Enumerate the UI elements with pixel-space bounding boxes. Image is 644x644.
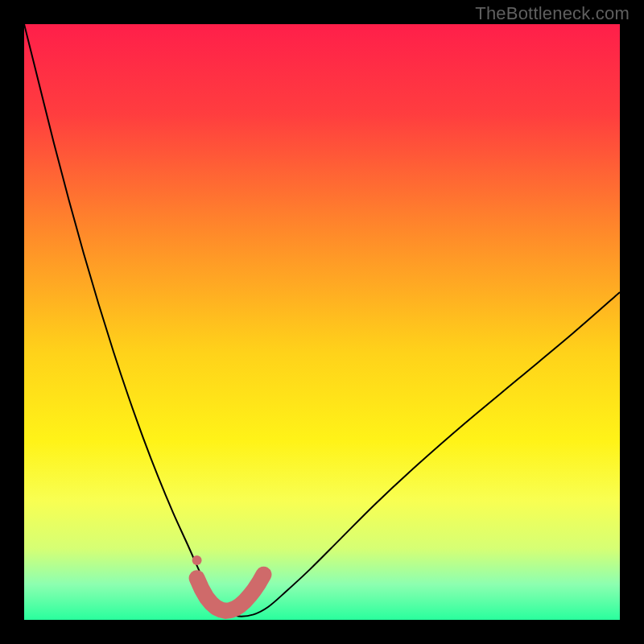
chart-frame: TheBottleneck.com: [0, 0, 644, 644]
bottleneck-chart: [0, 0, 644, 644]
watermark-text: TheBottleneck.com: [475, 3, 630, 24]
gradient-background: [24, 24, 620, 620]
trough-dot-icon: [192, 555, 202, 565]
